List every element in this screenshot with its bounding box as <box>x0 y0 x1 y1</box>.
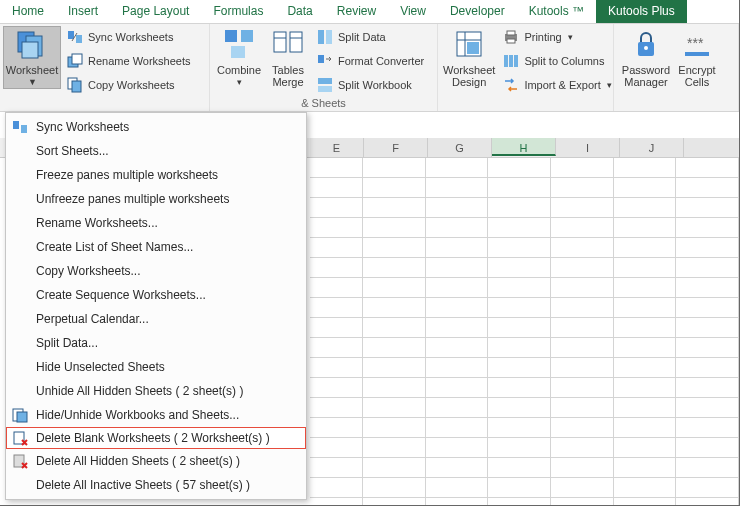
grid-cell[interactable] <box>676 398 739 418</box>
grid-cell[interactable] <box>310 338 363 358</box>
grid-cell[interactable] <box>614 398 677 418</box>
grid-cell[interactable] <box>614 418 677 438</box>
grid-cell[interactable] <box>614 178 677 198</box>
menu-unhide-hidden[interactable]: Unhide All Hidden Sheets ( 2 sheet(s) ) <box>6 379 306 403</box>
menu-rename-worksheets[interactable]: Rename Worksheets... <box>6 211 306 235</box>
grid-cell[interactable] <box>310 478 363 498</box>
grid-cell[interactable] <box>551 418 614 438</box>
menu-create-sequence[interactable]: Create Sequence Worksheets... <box>6 283 306 307</box>
import-export-button[interactable]: Import & Export▾ <box>499 74 615 96</box>
printing-button[interactable]: Printing▾ <box>499 26 615 48</box>
tab-kutools[interactable]: Kutools ™ <box>517 0 596 23</box>
grid-cell[interactable] <box>426 218 489 238</box>
grid-cell[interactable] <box>488 158 551 178</box>
grid-cell[interactable] <box>426 378 489 398</box>
grid-cell[interactable] <box>488 278 551 298</box>
tab-page-layout[interactable]: Page Layout <box>110 0 201 23</box>
grid-cell[interactable] <box>551 398 614 418</box>
grid-cell[interactable] <box>676 438 739 458</box>
tab-review[interactable]: Review <box>325 0 388 23</box>
grid-cell[interactable] <box>551 458 614 478</box>
grid-cell[interactable] <box>551 358 614 378</box>
grid-cell[interactable] <box>426 198 489 218</box>
password-manager-button[interactable]: Password Manager <box>617 26 675 88</box>
grid-cell[interactable] <box>426 158 489 178</box>
grid-cell[interactable] <box>551 278 614 298</box>
grid-cell[interactable] <box>551 478 614 498</box>
tab-data[interactable]: Data <box>275 0 324 23</box>
grid-cell[interactable] <box>676 338 739 358</box>
grid-cell[interactable] <box>614 278 677 298</box>
grid-cell[interactable] <box>310 298 363 318</box>
grid-cell[interactable] <box>363 258 426 278</box>
grid-cell[interactable] <box>676 298 739 318</box>
grid-cell[interactable] <box>426 298 489 318</box>
grid-cell[interactable] <box>363 178 426 198</box>
grid-cell[interactable] <box>426 318 489 338</box>
column-header-g[interactable]: G <box>428 138 492 157</box>
grid-cell[interactable] <box>551 238 614 258</box>
menu-hide-unselected[interactable]: Hide Unselected Sheets <box>6 355 306 379</box>
menu-unfreeze-panes[interactable]: Unfreeze panes multiple worksheets <box>6 187 306 211</box>
grid-cell[interactable] <box>676 458 739 478</box>
grid-cell[interactable] <box>426 398 489 418</box>
worksheet-design-button[interactable]: Worksheet Design <box>441 26 497 88</box>
sync-worksheets-button[interactable]: Sync Worksheets <box>63 26 195 48</box>
column-header-end[interactable] <box>684 138 740 157</box>
grid-cell[interactable] <box>363 238 426 258</box>
grid-cell[interactable] <box>426 258 489 278</box>
grid-cell[interactable] <box>614 378 677 398</box>
column-header-j[interactable]: J <box>620 138 684 157</box>
grid-cell[interactable] <box>310 398 363 418</box>
grid-cell[interactable] <box>551 158 614 178</box>
grid-cell[interactable] <box>614 158 677 178</box>
grid-cell[interactable] <box>363 418 426 438</box>
grid-cell[interactable] <box>676 418 739 438</box>
grid-cell[interactable] <box>614 258 677 278</box>
grid-cell[interactable] <box>426 418 489 438</box>
grid-cell[interactable] <box>310 418 363 438</box>
grid-cell[interactable] <box>614 218 677 238</box>
tab-insert[interactable]: Insert <box>56 0 110 23</box>
split-workbook-button[interactable]: Split Workbook <box>313 74 428 96</box>
format-converter-button[interactable]: Format Converter <box>313 50 428 72</box>
grid-cell[interactable] <box>614 318 677 338</box>
grid-cell[interactable] <box>614 358 677 378</box>
encrypt-cells-button[interactable]: *** Encrypt Cells <box>675 26 719 88</box>
grid-cell[interactable] <box>676 478 739 498</box>
grid-cell[interactable] <box>488 418 551 438</box>
grid-cell[interactable] <box>676 158 739 178</box>
grid-cell[interactable] <box>363 318 426 338</box>
grid-cell[interactable] <box>488 178 551 198</box>
grid-cell[interactable] <box>551 218 614 238</box>
grid-cell[interactable] <box>488 338 551 358</box>
grid-cell[interactable] <box>310 158 363 178</box>
grid-cell[interactable] <box>310 378 363 398</box>
grid-cell[interactable] <box>426 438 489 458</box>
rename-worksheets-button[interactable]: Rename Worksheets <box>63 50 195 72</box>
split-data-button[interactable]: Split Data <box>313 26 428 48</box>
grid-cell[interactable] <box>363 298 426 318</box>
grid-cell[interactable] <box>676 258 739 278</box>
grid-cell[interactable] <box>676 278 739 298</box>
grid-cell[interactable] <box>488 218 551 238</box>
grid-cell[interactable] <box>551 318 614 338</box>
split-to-columns-button[interactable]: Split to Columns <box>499 50 615 72</box>
grid-cell[interactable] <box>488 498 551 506</box>
copy-worksheets-button[interactable]: Copy Worksheets <box>63 74 195 96</box>
grid-cell[interactable] <box>310 358 363 378</box>
grid-cell[interactable] <box>488 298 551 318</box>
menu-split-data[interactable]: Split Data... <box>6 331 306 355</box>
grid-cell[interactable] <box>363 438 426 458</box>
menu-copy-worksheets[interactable]: Copy Worksheets... <box>6 259 306 283</box>
grid-cell[interactable] <box>310 238 363 258</box>
tab-developer[interactable]: Developer <box>438 0 517 23</box>
grid-cell[interactable] <box>310 198 363 218</box>
grid-cell[interactable] <box>310 498 363 506</box>
grid-cell[interactable] <box>426 478 489 498</box>
grid-cell[interactable] <box>488 458 551 478</box>
menu-freeze-panes[interactable]: Freeze panes multiple worksheets <box>6 163 306 187</box>
grid-cell[interactable] <box>488 438 551 458</box>
menu-delete-inactive[interactable]: Delete All Inactive Sheets ( 57 sheet(s)… <box>6 473 306 497</box>
grid-cell[interactable] <box>310 218 363 238</box>
